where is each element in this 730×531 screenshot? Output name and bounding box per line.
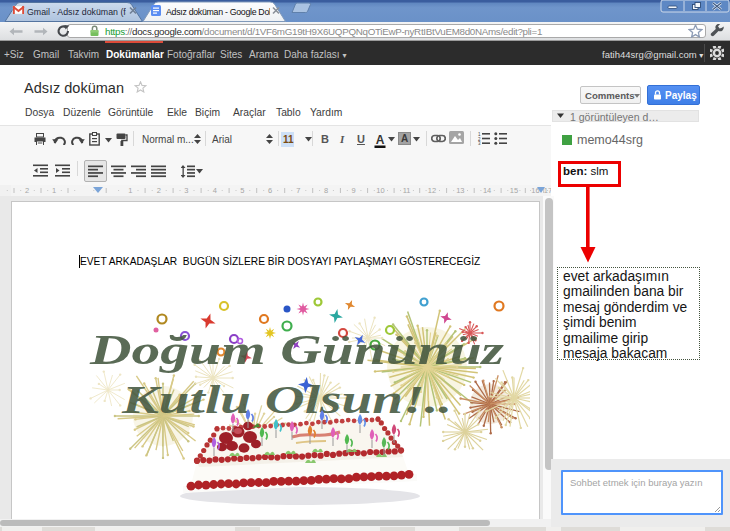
svg-text:1: 1 [52,186,56,195]
svg-text:12: 12 [428,186,436,195]
svg-text:10: 10 [376,186,384,195]
svg-text:7: 7 [296,186,300,195]
svg-text:8: 8 [324,186,328,195]
svg-text:5: 5 [240,186,244,195]
svg-text:A: A [401,133,408,144]
svg-text:3: 3 [184,186,188,195]
svg-text:14: 14 [483,186,491,195]
svg-text:Kutlu Olsun!..: Kutlu Olsun!.. [121,376,452,422]
svg-text:15: 15 [510,186,518,195]
svg-text:1: 1 [128,186,132,195]
svg-text:4: 4 [213,186,217,195]
svg-text:2: 2 [25,186,29,195]
svg-text:2: 2 [157,186,161,195]
svg-text:13: 13 [456,186,464,195]
svg-text:Doğum Gününüz: Doğum Gününüz [89,327,505,373]
svg-text:A: A [376,134,385,147]
svg-text:6: 6 [268,186,272,195]
svg-text:11: 11 [403,186,411,195]
svg-text:3: 3 [478,141,481,145]
svg-text:9: 9 [352,186,356,195]
